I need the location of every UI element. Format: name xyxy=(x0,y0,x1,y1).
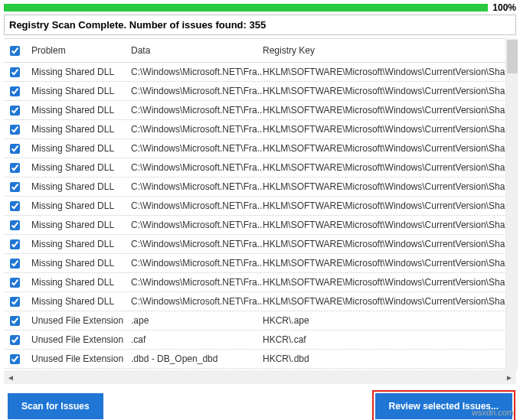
table-row[interactable]: Missing Shared DLLC:\Windows\Microsoft.N… xyxy=(4,101,516,120)
row-checkbox-cell xyxy=(8,277,31,288)
row-checkbox[interactable] xyxy=(10,335,20,345)
table-row[interactable]: Missing Shared DLLC:\Windows\Microsoft.N… xyxy=(4,273,516,292)
row-checkbox-cell xyxy=(8,67,31,77)
cell-key: HKLM\SOFTWARE\Microsoft\Windows\CurrentV… xyxy=(263,200,516,211)
cell-problem: Missing Shared DLL xyxy=(31,124,131,135)
cell-problem: Unused File Extension xyxy=(31,353,131,364)
header-checkbox-cell xyxy=(8,45,31,56)
cell-key: HKLM\SOFTWARE\Microsoft\Windows\CurrentV… xyxy=(263,181,516,192)
row-checkbox[interactable] xyxy=(10,125,20,135)
scroll-right-icon[interactable]: ► xyxy=(504,372,515,383)
cell-key: HKCR\.ape xyxy=(263,315,516,326)
progress-wrap: 100% xyxy=(0,0,520,15)
row-checkbox-cell xyxy=(8,296,31,307)
row-checkbox[interactable] xyxy=(10,259,20,269)
cell-problem: Missing Shared DLL xyxy=(31,220,131,230)
row-checkbox-cell xyxy=(8,220,31,230)
cell-problem: Missing Shared DLL xyxy=(31,258,131,269)
table-row[interactable]: Missing Shared DLLC:\Windows\Microsoft.N… xyxy=(4,120,516,139)
cell-data: .caf xyxy=(131,334,263,345)
row-checkbox[interactable] xyxy=(10,220,20,230)
progress-bar xyxy=(4,4,488,11)
scroll-left-icon[interactable]: ◄ xyxy=(5,372,16,383)
select-all-checkbox[interactable] xyxy=(10,46,20,56)
row-checkbox[interactable] xyxy=(10,144,20,154)
cell-problem: Unused File Extension xyxy=(31,315,131,326)
cell-key: HKLM\SOFTWARE\Microsoft\Windows\CurrentV… xyxy=(263,105,516,116)
scan-button[interactable]: Scan for Issues xyxy=(8,393,103,419)
footer: Scan for Issues Review selected Issues..… xyxy=(0,387,520,420)
cell-problem: Missing Shared DLL xyxy=(31,296,131,307)
table-row[interactable]: Unused File Extension.dbop - DB_Open_dbo… xyxy=(4,369,516,370)
cell-key: HKLM\SOFTWARE\Microsoft\Windows\CurrentV… xyxy=(263,86,516,96)
row-checkbox[interactable] xyxy=(10,86,20,96)
row-checkbox[interactable] xyxy=(10,316,20,326)
cell-data: C:\Windows\Microsoft.NET\Fra... xyxy=(131,162,263,173)
table-row[interactable]: Missing Shared DLLC:\Windows\Microsoft.N… xyxy=(4,235,516,254)
table-row[interactable]: Missing Shared DLLC:\Windows\Microsoft.N… xyxy=(4,158,516,177)
table-row[interactable]: Unused File Extension.dbd - DB_Open_dbdH… xyxy=(4,350,516,369)
cell-key: HKLM\SOFTWARE\Microsoft\Windows\CurrentV… xyxy=(263,239,516,249)
row-checkbox-cell xyxy=(8,86,31,96)
vertical-scrollbar[interactable] xyxy=(505,38,518,370)
row-checkbox[interactable] xyxy=(10,67,20,77)
cell-data: .dbd - DB_Open_dbd xyxy=(131,353,263,364)
row-checkbox-cell xyxy=(8,315,31,326)
cell-problem: Missing Shared DLL xyxy=(31,67,131,77)
cell-key: HKLM\SOFTWARE\Microsoft\Windows\CurrentV… xyxy=(263,220,516,230)
table-header: Problem Data Registry Key xyxy=(4,38,516,63)
table-row[interactable]: Missing Shared DLLC:\Windows\Microsoft.N… xyxy=(4,63,516,82)
row-checkbox-cell xyxy=(8,200,31,211)
row-checkbox[interactable] xyxy=(10,278,20,288)
table-row[interactable]: Unused File Extension.apeHKCR\.ape xyxy=(4,311,516,330)
cell-data: C:\Windows\Microsoft.NET\Fra... xyxy=(131,200,263,211)
cell-data: C:\Windows\Microsoft.NET\Fra... xyxy=(131,124,263,135)
cell-key: HKLM\SOFTWARE\Microsoft\Windows\CurrentV… xyxy=(263,277,516,288)
status-text: Registry Scan Complete. Number of issues… xyxy=(4,15,516,35)
results-table: Problem Data Registry Key Missing Shared… xyxy=(4,38,516,370)
table-row[interactable]: Unused File Extension.cafHKCR\.caf xyxy=(4,330,516,350)
cell-problem: Missing Shared DLL xyxy=(31,277,131,288)
cell-data: C:\Windows\Microsoft.NET\Fra... xyxy=(131,86,263,96)
table-row[interactable]: Missing Shared DLLC:\Windows\Microsoft.N… xyxy=(4,254,516,273)
cell-data: C:\Windows\Microsoft.NET\Fra... xyxy=(131,181,263,192)
table-body: Missing Shared DLLC:\Windows\Microsoft.N… xyxy=(4,63,516,370)
row-checkbox[interactable] xyxy=(10,163,20,173)
table-row[interactable]: Missing Shared DLLC:\Windows\Microsoft.N… xyxy=(4,197,516,216)
table-row[interactable]: Missing Shared DLLC:\Windows\Microsoft.N… xyxy=(4,82,516,101)
cell-problem: Missing Shared DLL xyxy=(31,162,131,173)
row-checkbox[interactable] xyxy=(10,106,20,116)
table-row[interactable]: Missing Shared DLLC:\Windows\Microsoft.N… xyxy=(4,177,516,197)
row-checkbox-cell xyxy=(8,258,31,269)
header-data[interactable]: Data xyxy=(131,45,263,56)
cell-key: HKLM\SOFTWARE\Microsoft\Windows\CurrentV… xyxy=(263,296,516,307)
review-button-highlight: Review selected Issues... xyxy=(372,390,515,420)
row-checkbox[interactable] xyxy=(10,182,20,192)
table-row[interactable]: Missing Shared DLLC:\Windows\Microsoft.N… xyxy=(4,216,516,235)
row-checkbox-cell xyxy=(8,334,31,345)
cell-key: HKLM\SOFTWARE\Microsoft\Windows\CurrentV… xyxy=(263,162,516,173)
cell-data: C:\Windows\Microsoft.NET\Fra... xyxy=(131,239,263,249)
cell-key: HKLM\SOFTWARE\Microsoft\Windows\CurrentV… xyxy=(263,124,516,135)
row-checkbox[interactable] xyxy=(10,354,20,364)
cell-data: C:\Windows\Microsoft.NET\Fra... xyxy=(131,220,263,230)
review-button[interactable]: Review selected Issues... xyxy=(375,393,512,419)
row-checkbox[interactable] xyxy=(10,201,20,211)
header-key[interactable]: Registry Key xyxy=(263,45,516,56)
cell-data: C:\Windows\Microsoft.NET\Fra... xyxy=(131,67,263,77)
cell-data: C:\Windows\Microsoft.NET\Fra... xyxy=(131,277,263,288)
scroll-thumb[interactable] xyxy=(507,40,518,73)
cell-data: C:\Windows\Microsoft.NET\Fra... xyxy=(131,143,263,154)
horizontal-scrollbar[interactable]: ◄ ► xyxy=(4,370,516,384)
table-row[interactable]: Missing Shared DLLC:\Windows\Microsoft.N… xyxy=(4,292,516,311)
row-checkbox[interactable] xyxy=(10,239,20,249)
row-checkbox-cell xyxy=(8,143,31,154)
cell-problem: Missing Shared DLL xyxy=(31,181,131,192)
cell-key: HKLM\SOFTWARE\Microsoft\Windows\CurrentV… xyxy=(263,67,516,77)
header-problem[interactable]: Problem xyxy=(31,45,131,56)
table-row[interactable]: Missing Shared DLLC:\Windows\Microsoft.N… xyxy=(4,139,516,158)
row-checkbox-cell xyxy=(8,181,31,192)
cell-problem: Missing Shared DLL xyxy=(31,200,131,211)
row-checkbox[interactable] xyxy=(10,297,20,307)
cell-key: HKCR\.caf xyxy=(263,334,516,345)
